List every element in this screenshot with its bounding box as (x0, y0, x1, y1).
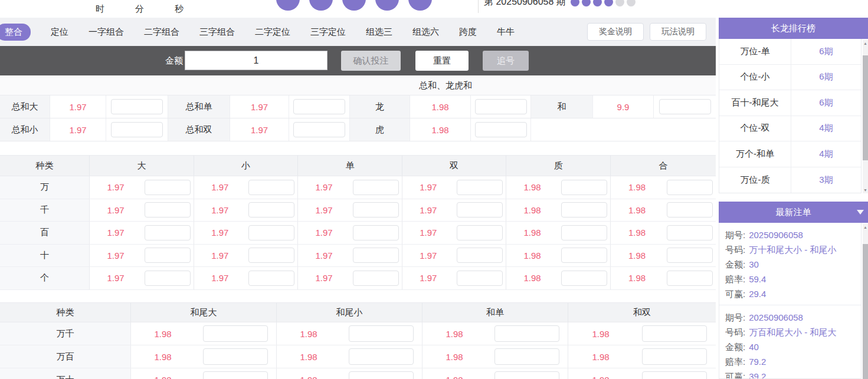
bet-amount-input[interactable] (353, 180, 399, 195)
bet-amount-input[interactable] (667, 180, 713, 195)
bet-amount-input[interactable] (293, 99, 345, 114)
scroll-up-icon[interactable]: ▲ (863, 41, 868, 46)
bet-amount-input[interactable] (203, 325, 268, 342)
scroll-down-icon[interactable]: ▼ (863, 187, 868, 193)
bet-amount-input[interactable] (145, 248, 191, 263)
dragon-rank-row: 万位-质3期 (719, 167, 861, 193)
bet-amount-input[interactable] (353, 271, 399, 286)
odds-value: 1.98 (611, 205, 663, 215)
bet-amount-input[interactable] (248, 225, 294, 240)
collapse-triangle-icon[interactable] (857, 210, 864, 215)
odds-bet-cell: 1.97 (298, 267, 402, 289)
bet-amount-input[interactable] (475, 99, 527, 114)
bet-amount-input[interactable] (494, 348, 559, 365)
prize-help-button[interactable]: 奖金说明 (587, 23, 644, 41)
odds-value: 1.97 (402, 251, 454, 261)
bet-amount-input[interactable] (667, 225, 713, 240)
dragon-rank-row: 百十-和尾大6期 (719, 90, 861, 116)
column-header: 和单 (422, 303, 568, 322)
bet-amount-input[interactable] (145, 202, 191, 217)
bet-amount-input[interactable] (561, 271, 607, 286)
bet-amount-input[interactable] (642, 348, 707, 365)
odds-bet-cell: 1.97 (402, 245, 506, 267)
order-number-value: 万百和尾大小 - 和尾大 (749, 325, 836, 340)
orders-scrollbar[interactable]: ▲ (863, 224, 868, 379)
bet-amount-input[interactable] (248, 248, 294, 263)
bet-amount-input[interactable] (457, 248, 503, 263)
bet-amount-input[interactable] (353, 225, 399, 240)
bet-amount-input[interactable] (111, 122, 163, 137)
dragon-scrollbar[interactable]: ▲ ▼ (863, 40, 868, 193)
play-tab[interactable]: 牛牛 (497, 27, 515, 38)
rules-help-button[interactable]: 玩法说明 (650, 23, 706, 41)
bet-amount-input[interactable] (642, 371, 707, 379)
play-tab[interactable]: 二字定位 (255, 27, 290, 38)
play-tab[interactable]: 三字定位 (310, 27, 346, 38)
dragon-rank-row: 万位-单6期 (719, 39, 861, 65)
bet-amount-input[interactable] (457, 225, 503, 240)
bet-amount-input[interactable] (667, 248, 713, 263)
play-tab[interactable]: 二字组合 (144, 27, 179, 38)
streak-count: 6期 (791, 39, 861, 64)
scrollbar-thumb[interactable] (863, 244, 868, 379)
bet-amount-input[interactable] (248, 271, 294, 286)
play-tab[interactable]: 跨度 (459, 27, 477, 38)
chase-number-button[interactable]: 追号 (483, 51, 529, 71)
bet-amount-input[interactable] (248, 180, 294, 195)
bet-amount-input[interactable] (353, 202, 399, 217)
odds-value: 1.98 (410, 95, 471, 118)
bet-amount-input[interactable] (349, 371, 414, 379)
bet-amount-input[interactable] (457, 202, 503, 217)
amount-label: 金额 (165, 46, 183, 75)
odds-bet-cell: 1.97 (194, 267, 298, 289)
amount-input[interactable] (185, 51, 327, 70)
bet-amount-input[interactable] (457, 271, 503, 286)
bet-amount-input[interactable] (475, 122, 527, 137)
bet-amount-input[interactable] (293, 122, 345, 137)
bet-amount-input[interactable] (145, 225, 191, 240)
bet-amount-input[interactable] (349, 325, 414, 342)
bet-amount-input[interactable] (561, 180, 607, 195)
odds-bet-cell: 1.97 (90, 199, 194, 222)
bet-amount-input[interactable] (561, 225, 607, 240)
bet-amount-input[interactable] (494, 371, 559, 379)
bet-amount-input[interactable] (667, 271, 713, 286)
bet-amount-input[interactable] (145, 180, 191, 195)
bet-amount-input[interactable] (494, 325, 559, 342)
row-label: 千 (0, 199, 90, 222)
reset-button[interactable]: 重置 (415, 51, 469, 71)
bet-amount-input[interactable] (203, 371, 268, 379)
odds-bet-cell: 1.97 (194, 222, 298, 244)
bet-amount-input[interactable] (667, 202, 713, 217)
bet-amount-input[interactable] (349, 348, 414, 365)
order-number-line: 号码:万十和尾大小 - 和尾小 (725, 242, 855, 257)
bet-input-wrap (558, 225, 610, 240)
play-tab[interactable]: 一字组合 (89, 27, 124, 38)
bet-input-wrap (663, 202, 716, 217)
bet-amount-input[interactable] (457, 180, 503, 195)
bet-amount-input[interactable] (203, 348, 268, 365)
odds-value: 1.98 (568, 375, 633, 379)
streak-count: 4期 (791, 116, 861, 141)
bet-amount-input[interactable] (642, 325, 707, 342)
bet-amount-input[interactable] (561, 248, 607, 263)
odds-bet-cell: 1.97 (90, 245, 194, 267)
bet-amount-input[interactable] (353, 248, 399, 263)
odds-value: 1.97 (298, 273, 350, 283)
play-tab[interactable]: 组选六 (412, 27, 439, 38)
confirm-bet-button[interactable]: 确认投注 (341, 51, 401, 71)
bet-amount-input[interactable] (248, 202, 294, 217)
play-tab[interactable]: 定位 (51, 27, 68, 38)
play-tab[interactable]: 三字组合 (199, 27, 235, 38)
row-label: 十 (0, 245, 90, 267)
bet-amount-input[interactable] (659, 99, 711, 114)
order-win-value: 29.4 (749, 286, 766, 301)
play-tab[interactable]: 组选三 (366, 27, 392, 38)
bet-amount-input[interactable] (561, 202, 607, 217)
row-label: 个 (0, 267, 90, 289)
play-tab[interactable]: 整合 (0, 24, 31, 41)
scroll-up-icon[interactable]: ▲ (863, 225, 868, 230)
bet-amount-input[interactable] (145, 271, 191, 286)
scrollbar-thumb[interactable] (863, 55, 868, 160)
bet-amount-input[interactable] (111, 99, 163, 114)
